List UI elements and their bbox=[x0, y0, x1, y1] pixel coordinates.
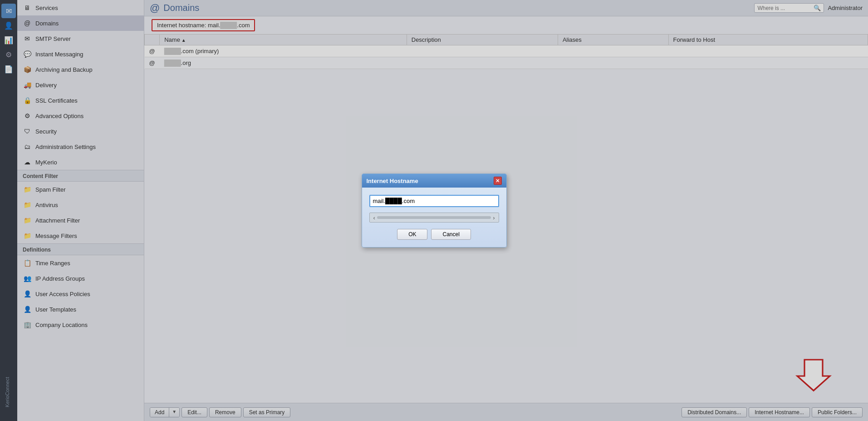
modal-body: ‹ › OK Cancel bbox=[362, 188, 506, 247]
modal-buttons: OK Cancel bbox=[369, 229, 499, 240]
modal-input-row bbox=[369, 195, 499, 207]
modal-ok-button[interactable]: OK bbox=[397, 229, 427, 240]
modal-cancel-button[interactable]: Cancel bbox=[431, 229, 471, 240]
scroll-left-arrow[interactable]: ‹ bbox=[372, 214, 377, 221]
modal-overlay: Internet Hostname ✕ ‹ › OK Cancel bbox=[0, 0, 868, 421]
scroll-track bbox=[377, 216, 491, 219]
scroll-right-arrow[interactable]: › bbox=[491, 214, 496, 221]
modal-scrollbar: ‹ › bbox=[369, 213, 499, 223]
internet-hostname-modal: Internet Hostname ✕ ‹ › OK Cancel bbox=[362, 173, 507, 248]
modal-close-button[interactable]: ✕ bbox=[494, 177, 502, 185]
modal-title-bar: Internet Hostname ✕ bbox=[362, 174, 506, 188]
hostname-input[interactable] bbox=[369, 195, 499, 207]
modal-title: Internet Hostname bbox=[367, 178, 418, 184]
